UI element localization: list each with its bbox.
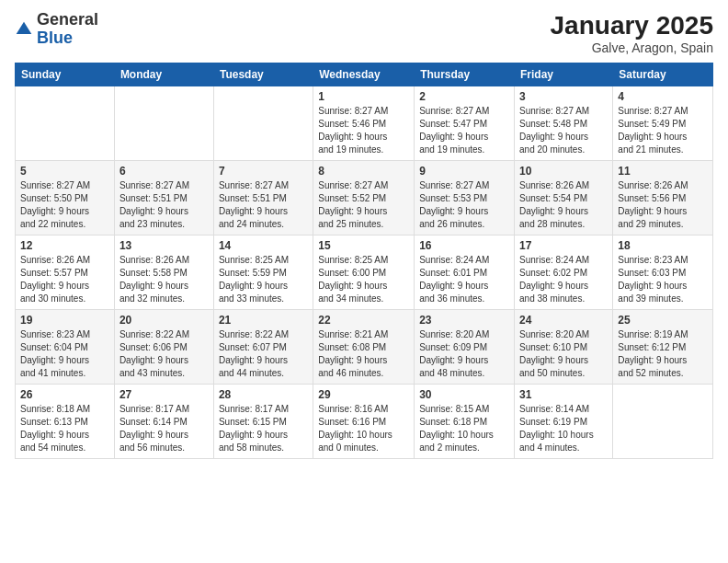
day-number: 24 <box>519 314 608 327</box>
table-row: 15Sunrise: 8:25 AM Sunset: 6:00 PM Dayli… <box>313 236 415 310</box>
table-row: 12Sunrise: 8:26 AM Sunset: 5:57 PM Dayli… <box>16 236 115 310</box>
day-info: Sunrise: 8:17 AM Sunset: 6:15 PM Dayligh… <box>219 403 308 454</box>
logo-general: General <box>37 10 98 29</box>
table-row: 29Sunrise: 8:16 AM Sunset: 6:16 PM Dayli… <box>313 385 415 459</box>
calendar-header-row: Sunday Monday Tuesday Wednesday Thursday… <box>16 63 713 86</box>
day-info: Sunrise: 8:20 AM Sunset: 6:10 PM Dayligh… <box>519 328 608 380</box>
table-row: 13Sunrise: 8:26 AM Sunset: 5:58 PM Dayli… <box>114 236 213 310</box>
table-row: 17Sunrise: 8:24 AM Sunset: 6:02 PM Dayli… <box>515 236 613 310</box>
table-row: 22Sunrise: 8:21 AM Sunset: 6:08 PM Dayli… <box>313 310 415 385</box>
calendar-subtitle: Galve, Aragon, Spain <box>551 40 713 55</box>
day-info: Sunrise: 8:27 AM Sunset: 5:49 PM Dayligh… <box>618 105 708 156</box>
table-row: 7Sunrise: 8:27 AM Sunset: 5:51 PM Daylig… <box>213 161 313 236</box>
day-info: Sunrise: 8:22 AM Sunset: 6:06 PM Dayligh… <box>119 328 209 380</box>
day-number: 14 <box>219 239 308 252</box>
table-row: 25Sunrise: 8:19 AM Sunset: 6:12 PM Dayli… <box>613 310 713 385</box>
day-info: Sunrise: 8:23 AM Sunset: 6:04 PM Dayligh… <box>20 328 109 380</box>
day-number: 28 <box>219 388 308 401</box>
day-info: Sunrise: 8:27 AM Sunset: 5:51 PM Dayligh… <box>119 179 209 231</box>
table-row: 8Sunrise: 8:27 AM Sunset: 5:52 PM Daylig… <box>313 161 415 236</box>
day-number: 27 <box>119 388 209 401</box>
logo-blue: Blue <box>37 29 73 47</box>
day-number: 1 <box>318 90 409 103</box>
table-row <box>613 385 713 459</box>
header: General Blue January 2025 Galve, Aragon,… <box>15 11 713 55</box>
logo: General Blue <box>15 11 98 48</box>
day-number: 17 <box>519 239 608 252</box>
day-number: 9 <box>419 165 509 178</box>
table-row: 2Sunrise: 8:27 AM Sunset: 5:47 PM Daylig… <box>415 86 515 161</box>
col-saturday: Saturday <box>613 63 713 86</box>
day-info: Sunrise: 8:27 AM Sunset: 5:52 PM Dayligh… <box>318 179 409 231</box>
title-block: January 2025 Galve, Aragon, Spain <box>551 11 713 55</box>
calendar-table: Sunday Monday Tuesday Wednesday Thursday… <box>15 63 713 459</box>
day-number: 26 <box>20 388 109 401</box>
logo-text: General Blue <box>37 11 98 48</box>
day-info: Sunrise: 8:27 AM Sunset: 5:47 PM Dayligh… <box>419 105 509 156</box>
table-row: 20Sunrise: 8:22 AM Sunset: 6:06 PM Dayli… <box>114 310 213 385</box>
day-info: Sunrise: 8:25 AM Sunset: 5:59 PM Dayligh… <box>219 254 308 305</box>
page: General Blue January 2025 Galve, Aragon,… <box>0 0 728 563</box>
col-friday: Friday <box>515 63 613 86</box>
table-row: 11Sunrise: 8:26 AM Sunset: 5:56 PM Dayli… <box>613 161 713 236</box>
day-info: Sunrise: 8:26 AM Sunset: 5:54 PM Dayligh… <box>519 179 608 231</box>
calendar-week-row: 26Sunrise: 8:18 AM Sunset: 6:13 PM Dayli… <box>16 385 713 459</box>
day-number: 23 <box>419 314 509 327</box>
day-info: Sunrise: 8:18 AM Sunset: 6:13 PM Dayligh… <box>20 403 109 454</box>
day-number: 22 <box>318 314 409 327</box>
table-row <box>16 86 115 161</box>
col-wednesday: Wednesday <box>313 63 415 86</box>
table-row <box>114 86 213 161</box>
table-row: 16Sunrise: 8:24 AM Sunset: 6:01 PM Dayli… <box>415 236 515 310</box>
day-info: Sunrise: 8:27 AM Sunset: 5:46 PM Dayligh… <box>318 105 409 156</box>
day-number: 25 <box>618 314 708 327</box>
day-info: Sunrise: 8:24 AM Sunset: 6:01 PM Dayligh… <box>419 254 509 305</box>
table-row: 18Sunrise: 8:23 AM Sunset: 6:03 PM Dayli… <box>613 236 713 310</box>
day-number: 21 <box>219 314 308 327</box>
table-row: 24Sunrise: 8:20 AM Sunset: 6:10 PM Dayli… <box>515 310 613 385</box>
day-info: Sunrise: 8:27 AM Sunset: 5:53 PM Dayligh… <box>419 179 509 231</box>
day-info: Sunrise: 8:22 AM Sunset: 6:07 PM Dayligh… <box>219 328 308 380</box>
day-info: Sunrise: 8:27 AM Sunset: 5:51 PM Dayligh… <box>219 179 308 231</box>
day-number: 30 <box>419 388 509 401</box>
table-row: 30Sunrise: 8:15 AM Sunset: 6:18 PM Dayli… <box>415 385 515 459</box>
table-row: 14Sunrise: 8:25 AM Sunset: 5:59 PM Dayli… <box>213 236 313 310</box>
day-number: 12 <box>20 239 109 252</box>
day-number: 8 <box>318 165 409 178</box>
table-row: 23Sunrise: 8:20 AM Sunset: 6:09 PM Dayli… <box>415 310 515 385</box>
day-info: Sunrise: 8:26 AM Sunset: 5:56 PM Dayligh… <box>618 179 708 231</box>
col-tuesday: Tuesday <box>213 63 313 86</box>
table-row: 21Sunrise: 8:22 AM Sunset: 6:07 PM Dayli… <box>213 310 313 385</box>
table-row: 10Sunrise: 8:26 AM Sunset: 5:54 PM Dayli… <box>515 161 613 236</box>
table-row: 1Sunrise: 8:27 AM Sunset: 5:46 PM Daylig… <box>313 86 415 161</box>
day-number: 29 <box>318 388 409 401</box>
calendar-week-row: 19Sunrise: 8:23 AM Sunset: 6:04 PM Dayli… <box>16 310 713 385</box>
svg-marker-0 <box>17 21 32 33</box>
table-row: 5Sunrise: 8:27 AM Sunset: 5:50 PM Daylig… <box>16 161 115 236</box>
day-number: 13 <box>119 239 209 252</box>
col-monday: Monday <box>114 63 213 86</box>
day-number: 18 <box>618 239 708 252</box>
table-row: 26Sunrise: 8:18 AM Sunset: 6:13 PM Dayli… <box>16 385 115 459</box>
day-info: Sunrise: 8:14 AM Sunset: 6:19 PM Dayligh… <box>519 403 608 454</box>
table-row: 6Sunrise: 8:27 AM Sunset: 5:51 PM Daylig… <box>114 161 213 236</box>
day-number: 19 <box>20 314 109 327</box>
calendar-title: January 2025 <box>551 11 713 40</box>
day-number: 6 <box>119 165 209 178</box>
calendar-week-row: 12Sunrise: 8:26 AM Sunset: 5:57 PM Dayli… <box>16 236 713 310</box>
day-number: 5 <box>20 165 109 178</box>
table-row <box>213 86 313 161</box>
day-info: Sunrise: 8:21 AM Sunset: 6:08 PM Dayligh… <box>318 328 409 380</box>
day-number: 3 <box>519 90 608 103</box>
day-info: Sunrise: 8:24 AM Sunset: 6:02 PM Dayligh… <box>519 254 608 305</box>
table-row: 31Sunrise: 8:14 AM Sunset: 6:19 PM Dayli… <box>515 385 613 459</box>
day-info: Sunrise: 8:27 AM Sunset: 5:48 PM Dayligh… <box>519 105 608 156</box>
day-info: Sunrise: 8:26 AM Sunset: 5:57 PM Dayligh… <box>20 254 109 305</box>
col-sunday: Sunday <box>16 63 115 86</box>
logo-icon <box>15 20 33 39</box>
day-number: 4 <box>618 90 708 103</box>
day-info: Sunrise: 8:15 AM Sunset: 6:18 PM Dayligh… <box>419 403 509 454</box>
table-row: 27Sunrise: 8:17 AM Sunset: 6:14 PM Dayli… <box>114 385 213 459</box>
calendar-week-row: 1Sunrise: 8:27 AM Sunset: 5:46 PM Daylig… <box>16 86 713 161</box>
day-info: Sunrise: 8:17 AM Sunset: 6:14 PM Dayligh… <box>119 403 209 454</box>
